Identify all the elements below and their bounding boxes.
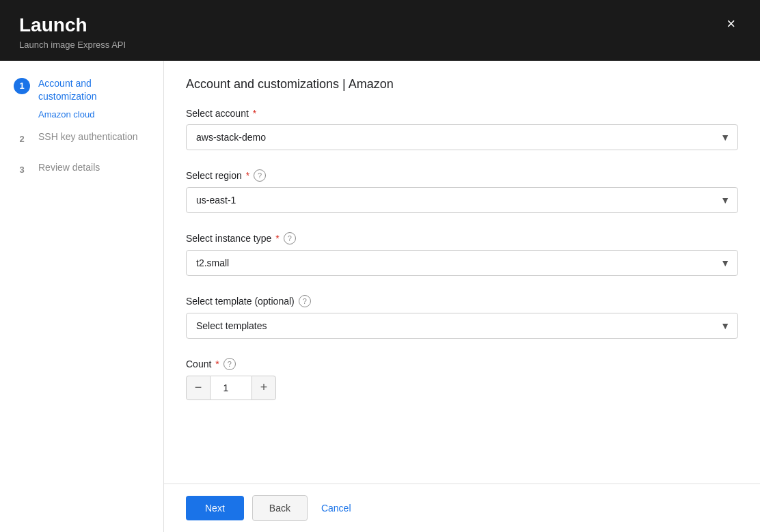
step-2-label: SSH key authentication bbox=[38, 130, 138, 144]
footer: Next Back Cancel bbox=[164, 484, 760, 532]
step-1-label: Account and customization bbox=[38, 77, 150, 104]
step-3-number: 3 bbox=[14, 162, 30, 178]
select-region-wrapper: us-east-1 ▼ bbox=[186, 187, 738, 213]
step-2-number: 2 bbox=[14, 131, 30, 148]
select-account-label: Select account * bbox=[186, 108, 738, 119]
step-1[interactable]: 1 Account and customization bbox=[14, 77, 150, 104]
next-button[interactable]: Next bbox=[186, 496, 244, 520]
count-increment-button[interactable]: + bbox=[252, 376, 276, 400]
content-inner: Account and customizations | Amazon Sele… bbox=[164, 61, 760, 484]
amazon-cloud-label: Amazon cloud bbox=[38, 109, 150, 120]
content-area: Account and customizations | Amazon Sele… bbox=[164, 61, 760, 532]
select-template-group: Select template (optional) ? Select temp… bbox=[186, 295, 738, 339]
close-button[interactable]: × bbox=[721, 14, 741, 34]
page-subtitle: Launch image Express API bbox=[19, 40, 126, 50]
select-template-label: Select template (optional) ? bbox=[186, 295, 738, 307]
count-help-icon[interactable]: ? bbox=[223, 358, 236, 370]
step-1-sub: Amazon cloud bbox=[38, 109, 150, 120]
select-region-group: Select region * ? us-east-1 ▼ bbox=[186, 169, 738, 213]
select-region-input[interactable]: us-east-1 bbox=[186, 187, 738, 213]
template-help-icon[interactable]: ? bbox=[299, 295, 311, 307]
required-star-instance: * bbox=[275, 233, 279, 244]
required-star-region: * bbox=[246, 170, 249, 181]
select-template-wrapper: Select templates ▼ bbox=[186, 313, 738, 339]
select-region-label: Select region * ? bbox=[186, 169, 738, 182]
step-2[interactable]: 2 SSH key authentication bbox=[14, 130, 150, 148]
count-input[interactable] bbox=[211, 376, 252, 400]
count-label: Count * ? bbox=[186, 358, 738, 370]
select-template-input[interactable]: Select templates bbox=[186, 313, 738, 339]
header: Launch Launch image Express API × bbox=[0, 0, 760, 61]
select-account-group: Select account * aws-stack-demo ▼ bbox=[186, 108, 738, 150]
header-text: Launch Launch image Express API bbox=[19, 14, 126, 50]
sidebar: 1 Account and customization Amazon cloud… bbox=[0, 61, 164, 532]
select-instance-type-group: Select instance type * ? t2.small ▼ bbox=[186, 232, 738, 276]
back-button[interactable]: Back bbox=[252, 495, 308, 521]
count-group: Count * ? − + bbox=[186, 358, 738, 400]
main-layout: 1 Account and customization Amazon cloud… bbox=[0, 61, 760, 532]
select-instance-type-label: Select instance type * ? bbox=[186, 232, 738, 244]
required-star-count: * bbox=[215, 359, 219, 369]
page-title: Launch bbox=[19, 14, 126, 37]
step-3[interactable]: 3 Review details bbox=[14, 161, 150, 178]
cancel-button[interactable]: Cancel bbox=[316, 496, 357, 520]
section-title: Account and customizations | Amazon bbox=[186, 77, 738, 92]
select-account-wrapper: aws-stack-demo ▼ bbox=[186, 124, 738, 150]
select-instance-type-input[interactable]: t2.small bbox=[186, 250, 738, 276]
required-star-account: * bbox=[253, 108, 256, 119]
select-instance-type-wrapper: t2.small ▼ bbox=[186, 250, 738, 276]
instance-help-icon[interactable]: ? bbox=[284, 232, 296, 244]
step-3-label: Review details bbox=[38, 161, 100, 175]
count-control: − + bbox=[186, 376, 738, 400]
count-decrement-button[interactable]: − bbox=[186, 376, 211, 400]
region-help-icon[interactable]: ? bbox=[254, 169, 266, 182]
select-account-input[interactable]: aws-stack-demo bbox=[186, 124, 738, 150]
step-1-number: 1 bbox=[14, 78, 30, 94]
